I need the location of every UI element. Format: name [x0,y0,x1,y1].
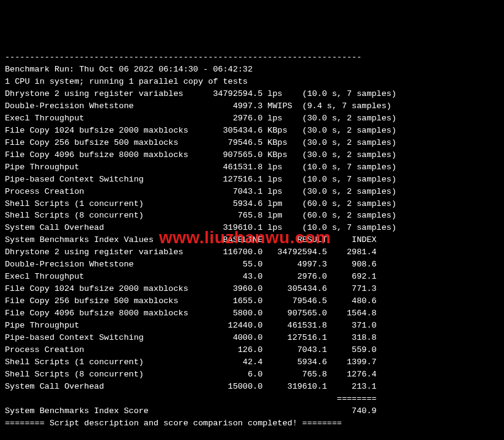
test-result-row: Pipe Throughput 461531.8 lps (10.0 s, 7 … [5,161,499,174]
test-result-row: Double-Precision Whetstone 4997.3 MWIPS … [5,100,499,112]
index-row: Execl Throughput 43.0 2976.0 692.1 [5,271,499,283]
index-row: System Call Overhead 15000.0 319610.1 21… [5,381,499,393]
test-result-row: File Copy 4096 bufsize 8000 maxblocks 90… [5,149,499,161]
index-row: Double-Precision Whetstone 55.0 4997.3 9… [5,258,499,271]
index-row: Pipe Throughput 12440.0 461531.8 371.0 [5,320,499,332]
divider: ----------------------------------------… [5,51,499,64]
test-result-row: Dhrystone 2 using register variables 347… [5,88,499,100]
benchmark-run-line: Benchmark Run: Thu Oct 06 2022 06:14:30 … [5,64,499,76]
index-row: Shell Scripts (1 concurrent) 42.4 5934.6… [5,356,499,369]
test-result-row: System Call Overhead 319610.1 lps (10.0 … [5,222,499,234]
score-divider: ======== [5,393,499,405]
index-row: Pipe-based Context Switching 4000.0 1275… [5,332,499,344]
index-row: File Copy 4096 bufsize 8000 maxblocks 58… [5,307,499,320]
terminal-output: ----------------------------------------… [5,51,499,430]
footer-line: ======== Script description and score co… [5,417,499,430]
test-result-row: Execl Throughput 2976.0 lps (30.0 s, 2 s… [5,112,499,125]
test-result-row: Process Creation 7043.1 lps (30.0 s, 2 s… [5,186,499,198]
test-result-row: Pipe-based Context Switching 127516.1 lp… [5,174,499,186]
index-header-row: System Benchmarks Index Values BASELINE … [5,234,499,246]
index-row: Dhrystone 2 using register variables 116… [5,246,499,258]
index-score-row: System Benchmarks Index Score 740.9 [5,405,499,417]
index-row: Process Creation 126.0 7043.1 559.0 [5,344,499,356]
test-result-row: File Copy 1024 bufsize 2000 maxblocks 30… [5,125,499,137]
test-result-row: Shell Scripts (8 concurrent) 765.8 lpm (… [5,210,499,222]
test-result-row: Shell Scripts (1 concurrent) 5934.6 lpm … [5,198,499,210]
cpu-info-line: 1 CPU in system; running 1 parallel copy… [5,76,499,88]
test-result-row: File Copy 256 bufsize 500 maxblocks 7954… [5,137,499,149]
index-row: Shell Scripts (8 concurrent) 6.0 765.8 1… [5,369,499,381]
index-row: File Copy 256 bufsize 500 maxblocks 1655… [5,295,499,307]
index-row: File Copy 1024 bufsize 2000 maxblocks 39… [5,283,499,295]
